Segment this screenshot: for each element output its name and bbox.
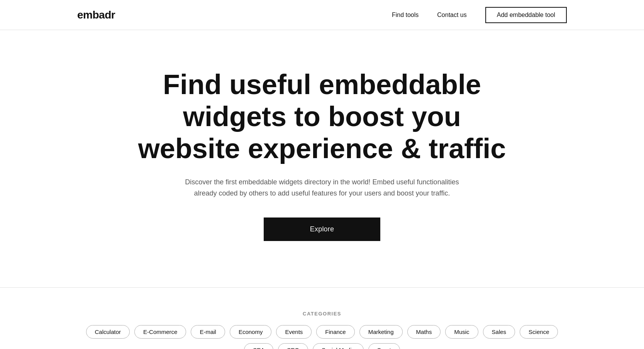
- category-tags-row: CalculatorE-CommerceE-mailEconomyEventsF…: [77, 325, 567, 349]
- nav-contact-us[interactable]: Contact us: [437, 12, 466, 19]
- hero-section: Find useful embeddable widgets to boost …: [0, 30, 644, 288]
- category-tag[interactable]: SEO: [278, 343, 308, 349]
- hero-subtitle: Discover the first embeddable widgets di…: [183, 177, 461, 199]
- category-tag[interactable]: SEA: [244, 343, 273, 349]
- category-tag[interactable]: Social Media: [313, 343, 364, 349]
- category-tag[interactable]: E-mail: [191, 325, 225, 339]
- nav-find-tools[interactable]: Find tools: [392, 12, 419, 19]
- category-tag[interactable]: Music: [445, 325, 478, 339]
- categories-label: CATEGORIES: [303, 311, 341, 317]
- logo[interactable]: embadr: [77, 9, 115, 21]
- category-tag[interactable]: Events: [276, 325, 312, 339]
- category-tag[interactable]: Maths: [407, 325, 441, 339]
- hero-title: Find useful embeddable widgets to boost …: [129, 69, 515, 164]
- category-tag[interactable]: Economy: [230, 325, 272, 339]
- category-tag[interactable]: E-Commerce: [134, 325, 186, 339]
- category-tag[interactable]: Sport: [368, 343, 400, 349]
- site-header: embadr Find tools Contact us Add embedda…: [0, 0, 644, 30]
- category-tag[interactable]: Calculator: [86, 325, 130, 339]
- categories-section: CATEGORIES CalculatorE-CommerceE-mailEco…: [0, 288, 644, 349]
- main-nav: Find tools Contact us Add embeddable too…: [392, 7, 567, 23]
- category-tag[interactable]: Finance: [316, 325, 354, 339]
- category-tag[interactable]: Marketing: [359, 325, 403, 339]
- category-tag[interactable]: Sales: [483, 325, 515, 339]
- add-tool-button[interactable]: Add embeddable tool: [485, 7, 567, 23]
- category-tag[interactable]: Science: [520, 325, 558, 339]
- explore-button[interactable]: Explore: [264, 217, 380, 241]
